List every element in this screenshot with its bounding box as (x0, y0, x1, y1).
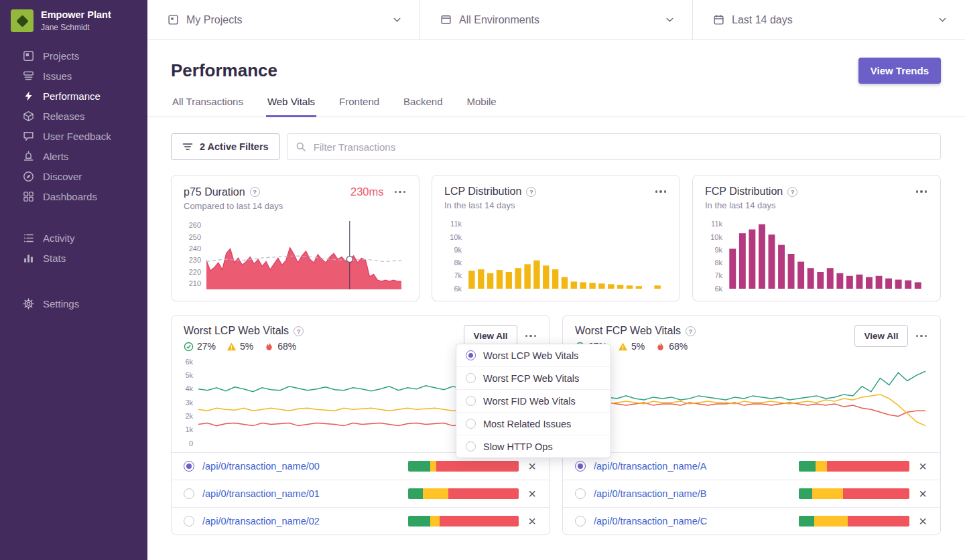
project-filter-icon (168, 14, 179, 25)
p75-duration-value: 230ms (350, 186, 384, 198)
sidebar-item-discover[interactable]: Discover (0, 166, 147, 186)
transaction-radio[interactable] (184, 488, 194, 499)
card-subtitle: In the last 14 days (444, 200, 667, 210)
sidebar-item-label: Alerts (43, 151, 68, 162)
close-icon[interactable] (527, 487, 537, 500)
badge-value: 5% (631, 341, 645, 352)
transaction-link[interactable]: /api/0/transaction_name/C (594, 516, 791, 527)
table-row[interactable]: /api/0/transaction_name/A (563, 452, 940, 480)
close-icon[interactable] (917, 514, 928, 528)
page-content: 2 Active Filters p75 Duration 230ms (147, 117, 965, 560)
dashboards-icon (23, 191, 34, 202)
transaction-table: /api/0/transaction_name/A /api/0/transac… (563, 452, 940, 535)
table-row[interactable]: /api/0/transaction_name/B (563, 480, 940, 507)
close-icon[interactable] (527, 460, 537, 473)
help-icon[interactable] (686, 326, 696, 336)
tab-web-vitals[interactable]: Web Vitals (266, 96, 316, 117)
dropdown-option-slow-http[interactable]: Slow HTTP Ops (456, 435, 610, 458)
svg-text:8k: 8k (714, 259, 722, 267)
lcp-distribution-chart: 11k10k9k8k7k6k (444, 216, 667, 293)
sidebar-item-user-feedback[interactable]: User Feedback (0, 126, 147, 146)
vitals-type-dropdown: Worst LCP Web Vitals Worst FCP Web Vital… (456, 344, 611, 458)
sidebar-item-dashboards[interactable]: Dashboards (0, 186, 147, 206)
transaction-radio[interactable] (184, 461, 194, 472)
help-icon[interactable] (787, 187, 797, 197)
context-menu-button[interactable] (915, 332, 929, 341)
chevron-down-icon (665, 15, 675, 25)
transaction-link[interactable]: /api/0/transaction_name/02 (202, 516, 400, 527)
dropdown-option-worst-fcp[interactable]: Worst FCP Web Vitals (456, 366, 610, 389)
sidebar-item-releases[interactable]: Releases (0, 106, 147, 126)
filter-row: 2 Active Filters (171, 133, 941, 160)
svg-text:9k: 9k (714, 246, 722, 254)
view-all-button[interactable]: View All (854, 325, 907, 347)
transaction-radio[interactable] (575, 516, 586, 527)
poor-badge: 68% (264, 341, 296, 352)
sidebar-item-activity[interactable]: Activity (0, 228, 147, 248)
org-switcher[interactable]: Empower Plant Jane Schmidt (0, 0, 147, 39)
help-icon[interactable] (526, 187, 536, 197)
help-icon[interactable] (294, 326, 304, 336)
sidebar-item-issues[interactable]: Issues (0, 66, 147, 86)
transaction-radio[interactable] (184, 516, 194, 527)
tab-backend[interactable]: Backend (402, 96, 444, 117)
svg-text:10k: 10k (710, 233, 722, 241)
main-area: My Projects All Environments Last 14 day… (147, 0, 965, 560)
table-row[interactable]: /api/0/transaction_name/01 (172, 480, 550, 507)
transaction-link[interactable]: /api/0/transaction_name/00 (202, 461, 400, 472)
view-trends-button[interactable]: View Trends (858, 58, 941, 84)
filter-transactions-input[interactable] (312, 141, 932, 153)
option-radio[interactable] (466, 373, 476, 383)
dropdown-option-label: Worst LCP Web Vitals (483, 350, 578, 361)
sidebar-item-label: Discover (43, 171, 82, 182)
date-range-selector[interactable]: Last 14 days (693, 0, 965, 40)
option-radio[interactable] (466, 396, 476, 406)
card-title: Worst LCP Web Vitals (184, 325, 289, 337)
search-icon (296, 141, 306, 152)
transaction-radio[interactable] (575, 488, 586, 499)
fire-icon (264, 342, 274, 352)
active-filters-button[interactable]: 2 Active Filters (171, 133, 280, 160)
svg-text:6k: 6k (454, 285, 462, 293)
context-menu-button[interactable] (654, 187, 668, 196)
tab-mobile[interactable]: Mobile (465, 96, 497, 117)
environment-selector[interactable]: All Environments (420, 0, 693, 40)
vitals-breakdown-bar (799, 488, 909, 499)
option-radio[interactable] (466, 419, 476, 429)
option-radio[interactable] (466, 441, 476, 451)
option-radio[interactable] (466, 350, 476, 360)
table-row[interactable]: /api/0/transaction_name/C (563, 507, 940, 535)
sidebar-item-stats[interactable]: Stats (0, 248, 147, 268)
sidebar-item-projects[interactable]: Projects (0, 46, 147, 66)
svg-text:210: 210 (189, 279, 201, 287)
transaction-radio[interactable] (575, 461, 586, 472)
dropdown-option-label: Slow HTTP Ops (483, 441, 553, 452)
tab-frontend[interactable]: Frontend (338, 96, 381, 117)
dropdown-option-related-issues[interactable]: Most Related Issues (456, 412, 610, 435)
transaction-link[interactable]: /api/0/transaction_name/01 (202, 488, 400, 499)
transaction-link[interactable]: /api/0/transaction_name/A (594, 461, 791, 472)
project-selector[interactable]: My Projects (147, 0, 420, 40)
close-icon[interactable] (527, 514, 537, 528)
sidebar-item-alerts[interactable]: Alerts (0, 146, 147, 166)
sidebar-item-performance[interactable]: Performance (0, 86, 147, 106)
sidebar-item-label: Releases (43, 111, 85, 122)
p75-duration-card: p75 Duration 230ms Compared to last 14 d… (171, 175, 420, 301)
fcp-distribution-card: FCP Distribution In the last 14 days 11k… (692, 175, 941, 301)
transaction-link[interactable]: /api/0/transaction_name/B (594, 488, 791, 499)
tab-all-transactions[interactable]: All Transactions (171, 96, 245, 117)
dropdown-option-worst-lcp[interactable]: Worst LCP Web Vitals (456, 344, 610, 366)
dropdown-option-worst-fid[interactable]: Worst FID Web Vitals (456, 389, 610, 412)
releases-icon (23, 111, 34, 122)
close-icon[interactable] (917, 487, 928, 500)
sidebar-item-settings[interactable]: Settings (0, 293, 147, 313)
context-menu-button[interactable] (915, 187, 929, 196)
context-menu-button[interactable] (393, 188, 407, 197)
svg-text:230: 230 (189, 256, 201, 264)
help-icon[interactable] (250, 187, 260, 197)
environment-filter-icon (440, 14, 452, 25)
sidebar-item-label: Settings (43, 298, 79, 309)
context-menu-button[interactable] (524, 332, 538, 341)
table-row[interactable]: /api/0/transaction_name/02 (172, 507, 550, 535)
close-icon[interactable] (917, 460, 928, 473)
